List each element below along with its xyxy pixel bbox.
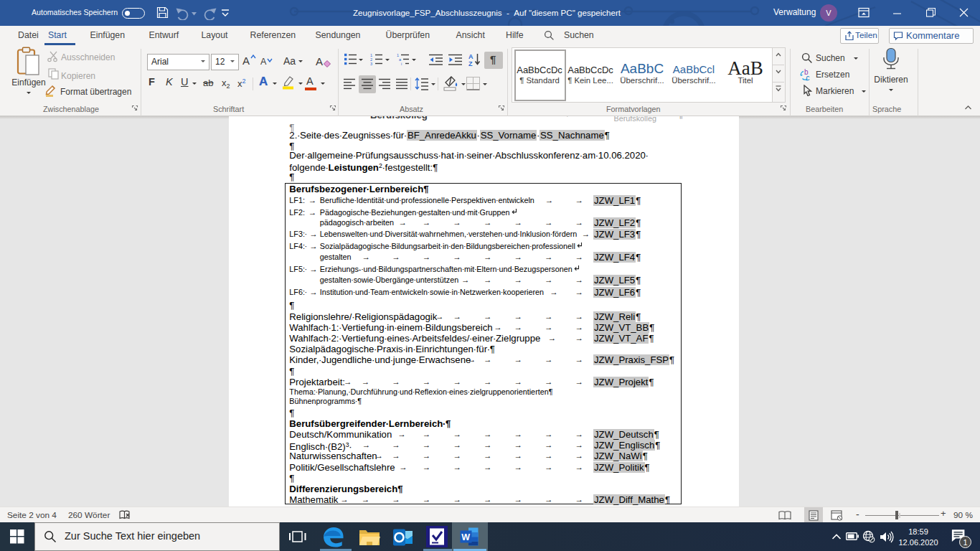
svg-text:i: i — [401, 62, 402, 66]
svg-text:3: 3 — [370, 62, 372, 66]
svg-text:Z: Z — [468, 60, 473, 67]
svg-text:A: A — [468, 53, 473, 60]
svg-text:W: W — [461, 532, 470, 542]
